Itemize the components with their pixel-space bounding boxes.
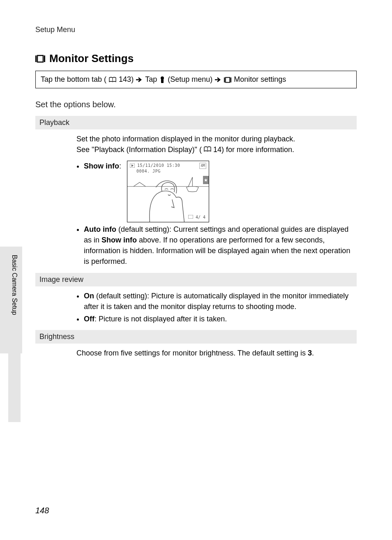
section-header-brightness: Brightness [35, 330, 357, 344]
side-tab-label: Basic Camera Setup [8, 251, 21, 422]
text: 14) for more information. [213, 145, 294, 154]
svg-rect-1 [44, 55, 45, 62]
section-header-image-review: Image review [35, 273, 357, 286]
example-screenshot: 15/11/2010 15:30 4M 0004. JPG ★ 4/ [127, 161, 209, 222]
playback-options-list: Show info: 15/11/2010 15:30 4M 0004. JPG… [35, 161, 357, 267]
example-size-badge: 4M [199, 163, 206, 169]
playback-desc-line: Set the photo information displayed in t… [76, 134, 357, 144]
svg-rect-6 [226, 78, 230, 83]
page-number: 148 [35, 506, 49, 515]
svg-rect-10 [188, 215, 193, 219]
page-title: Monitor Settings [49, 52, 134, 65]
option-label: Off [84, 315, 95, 323]
playback-description: Set the photo information displayed in t… [35, 134, 357, 155]
text: (default setting): Picture is automatica… [84, 292, 348, 311]
example-filename: 0004. JPG [136, 168, 161, 175]
section-header-playback: Playback [35, 116, 357, 129]
nav-ref: 143) [119, 75, 134, 84]
option-label: Show info [84, 162, 119, 170]
navigation-path-box: Tap the bottom tab ( 143) Tap (Setup men… [35, 71, 357, 88]
play-icon [130, 164, 135, 168]
ref-label: Show info [101, 236, 137, 244]
book-ref-icon [109, 77, 116, 83]
option-label: On [84, 292, 94, 300]
nav-text: Monitor settings [234, 75, 286, 84]
text: See "Playback (Information Display)" ( [76, 145, 202, 154]
page-title-row: Monitor Settings [35, 52, 357, 65]
breadcrumb: Setup Menu [35, 25, 357, 34]
frame-icon [188, 215, 193, 219]
list-item: On (default setting): Picture is automat… [84, 291, 357, 312]
nav-text: Tap the bottom tab ( [41, 75, 106, 84]
monitor-settings-icon [224, 76, 231, 83]
example-counter: 4/ 4 [196, 215, 205, 219]
list-item: Show info: 15/11/2010 15:30 4M 0004. JPG… [84, 161, 357, 222]
nav-text: Tap [145, 75, 157, 84]
text: Choose from five settings for monitor br… [76, 349, 308, 357]
option-label: Auto info [84, 225, 116, 233]
text: . [312, 349, 314, 357]
image-review-options-list: On (default setting): Picture is automat… [35, 291, 357, 324]
list-item: Off: Picture is not displayed after it i… [84, 314, 357, 324]
svg-rect-5 [231, 78, 231, 83]
monitor-settings-icon [35, 55, 45, 63]
intro-text: Set the options below. [35, 100, 357, 109]
text: : Picture is not displayed after it is t… [95, 315, 227, 323]
book-ref-icon [204, 146, 211, 152]
document-page: Setup Menu Monitor Settings Tap the bott… [0, 0, 392, 540]
default-value: 3 [308, 349, 312, 357]
example-date: 15/11/2010 15:30 [137, 163, 180, 169]
arrow-icon [215, 77, 221, 82]
arrow-icon [136, 77, 143, 82]
nav-text: (Setup menu) [168, 75, 212, 84]
playback-desc-line: See "Playback (Information Display)" ( 1… [76, 144, 357, 155]
svg-rect-2 [37, 55, 43, 62]
svg-rect-4 [224, 78, 225, 83]
svg-rect-0 [35, 55, 37, 62]
wrench-icon [159, 76, 165, 83]
brightness-description: Choose from five settings for monitor br… [35, 348, 357, 358]
list-item: Auto info (default setting): Current set… [84, 224, 357, 267]
